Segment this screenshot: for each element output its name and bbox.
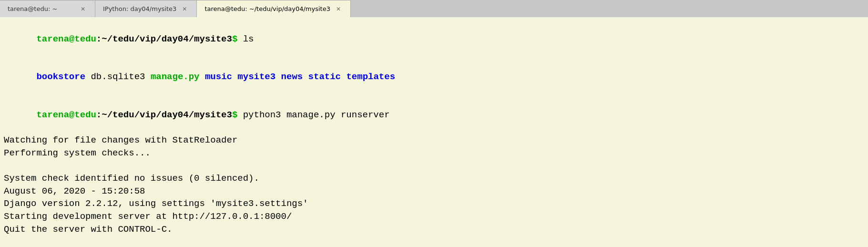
- terminal-window: tarena@tedu: ~ ✕ IPython: day04/mysite3 …: [0, 0, 868, 247]
- ls-space6: [303, 72, 308, 82]
- ls-templates: templates: [346, 72, 395, 82]
- ls-static: static: [308, 72, 341, 82]
- cmd-1: ls: [243, 34, 254, 44]
- ls-space4: [232, 72, 237, 82]
- tab-1-close[interactable]: ✕: [79, 5, 87, 13]
- output-line-6: Django version 2.2.12, using settings 'm…: [4, 197, 864, 210]
- ls-news: news: [281, 72, 303, 82]
- tab-2[interactable]: IPython: day04/mysite3 ✕: [95, 0, 197, 17]
- output-line-1: Watching for file changes with StatReloa…: [4, 134, 864, 147]
- tab-3-label: tarena@tedu: ~/tedu/vip/day04/mysite3: [204, 5, 330, 12]
- ls-output-line: bookstore db.sqlite3 manage.py music mys…: [4, 58, 864, 96]
- ls-mysite3: mysite3: [237, 72, 276, 82]
- command-line-1: tarena@tedu:~/tedu/vip/day04/mysite3$ ls: [4, 20, 864, 58]
- ls-music: music: [205, 72, 232, 82]
- prompt-2: tarena@tedu:~/tedu/vip/day04/mysite3$: [36, 110, 243, 120]
- empty-line: [4, 160, 864, 173]
- tab-2-close[interactable]: ✕: [180, 5, 189, 13]
- output-line-4: System check identified no issues (0 sil…: [4, 172, 864, 185]
- output-line-5: August 06, 2020 - 15:20:58: [4, 185, 864, 198]
- prompt-1: tarena@tedu:~/tedu/vip/day04/mysite3$: [36, 34, 243, 44]
- ls-space3: [200, 72, 205, 82]
- tab-1[interactable]: tarena@tedu: ~ ✕: [0, 0, 95, 17]
- ls-space5: [276, 72, 281, 82]
- terminal-content[interactable]: tarena@tedu:~/tedu/vip/day04/mysite3$ ls…: [0, 17, 868, 247]
- output-line-2: Performing system checks...: [4, 147, 864, 160]
- ls-db-sqlite3: db.sqlite3: [91, 72, 145, 82]
- tab-3[interactable]: tarena@tedu: ~/tedu/vip/day04/mysite3 ✕: [197, 0, 351, 17]
- tab-bar: tarena@tedu: ~ ✕ IPython: day04/mysite3 …: [0, 0, 868, 17]
- tab-2-label: IPython: day04/mysite3: [103, 5, 176, 12]
- command-line-2: tarena@tedu:~/tedu/vip/day04/mysite3$ py…: [4, 96, 864, 134]
- ls-space2: [145, 72, 150, 82]
- ls-space1: [85, 72, 91, 82]
- tab-3-close[interactable]: ✕: [334, 5, 343, 13]
- ls-manage-py: manage.py: [151, 72, 200, 82]
- ls-space7: [341, 72, 346, 82]
- ls-bookstore: bookstore: [36, 72, 85, 82]
- output-line-8: Quit the server with CONTROL-C.: [4, 223, 864, 236]
- cmd-2: python3 manage.py runserver: [243, 110, 390, 120]
- output-line-7: Starting development server at http://12…: [4, 210, 864, 223]
- tab-1-label: tarena@tedu: ~: [8, 5, 57, 12]
